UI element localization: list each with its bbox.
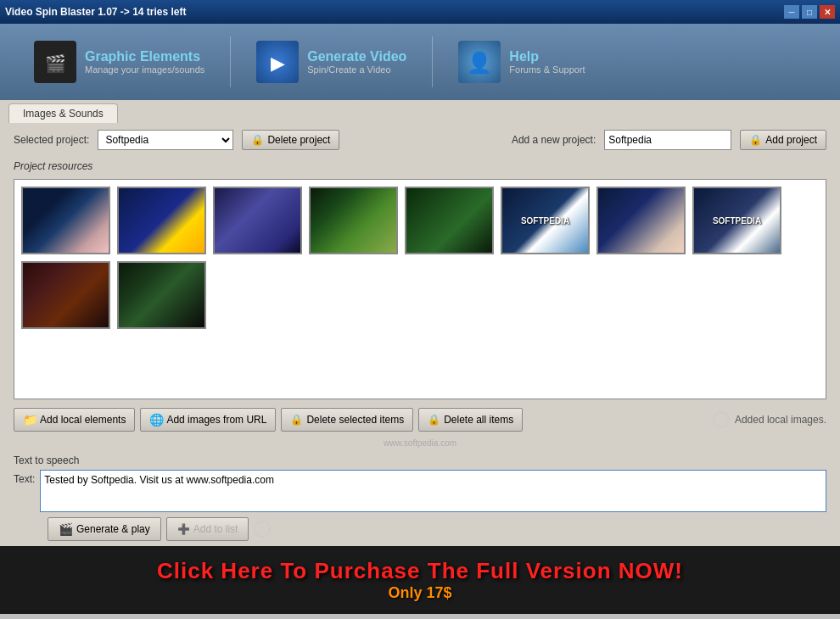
tts-section: Text to speech Text: Generate & play Add… bbox=[0, 449, 840, 546]
nav-help[interactable]: Help Forums & Support bbox=[441, 32, 611, 92]
nav-bar: Graphic Elements Manage your images/soun… bbox=[0, 24, 840, 100]
minimize-button[interactable]: ─ bbox=[784, 5, 799, 19]
url-icon bbox=[149, 413, 163, 427]
nav-help-title: Help bbox=[509, 49, 585, 64]
tts-textarea[interactable] bbox=[40, 470, 826, 512]
delete-selected-button[interactable]: Delete selected items bbox=[281, 408, 413, 432]
lock-icon-add bbox=[749, 134, 762, 146]
resources-label: Project resources bbox=[0, 157, 840, 176]
resources-grid: SOFTPEDIASOFTPEDIA bbox=[14, 179, 826, 399]
resource-thumb[interactable] bbox=[213, 187, 302, 254]
title-bar: Video Spin Blaster 1.07 -> 14 tries left… bbox=[0, 0, 840, 24]
status-text: Added local images. bbox=[735, 414, 826, 426]
project-section: Selected project: Softpedia Delete proje… bbox=[0, 123, 840, 157]
resource-thumb[interactable] bbox=[21, 261, 110, 329]
nav-graphic-subtitle: Manage your images/sounds bbox=[85, 64, 204, 75]
folder-icon bbox=[23, 413, 36, 427]
nav-graphic-text: Graphic Elements Manage your images/soun… bbox=[85, 49, 204, 75]
purchase-sub-text: Only 17$ bbox=[388, 584, 451, 602]
resource-thumb[interactable]: SOFTPEDIA bbox=[692, 187, 781, 254]
resource-thumb[interactable] bbox=[21, 187, 110, 254]
nav-generate-subtitle: Spin/Create a Video bbox=[307, 64, 406, 75]
lock-icon bbox=[251, 134, 264, 146]
purchase-banner[interactable]: Click Here To Purchase The Full Version … bbox=[0, 546, 840, 614]
tts-text-label: Text: bbox=[14, 470, 35, 485]
close-button[interactable]: ✕ bbox=[820, 5, 835, 19]
add-to-list-button[interactable]: Add to list bbox=[166, 517, 249, 541]
toolbar: Add local elements Add images from URL D… bbox=[0, 403, 840, 437]
tts-section-label: Text to speech bbox=[14, 454, 826, 466]
window-controls: ─ □ ✕ bbox=[784, 5, 835, 19]
tab-bar: Images & Sounds bbox=[0, 100, 840, 123]
nav-help-subtitle: Forums & Support bbox=[509, 64, 585, 75]
nav-help-text: Help Forums & Support bbox=[509, 49, 585, 75]
status-area: Added local images. bbox=[713, 411, 826, 428]
nav-generate-text: Generate Video Spin/Create a Video bbox=[307, 49, 406, 75]
resource-thumb[interactable] bbox=[596, 187, 686, 254]
content-area: Images & Sounds Selected project: Softpe… bbox=[0, 100, 840, 546]
nav-divider-1 bbox=[230, 36, 231, 87]
add-url-button[interactable]: Add images from URL bbox=[140, 408, 276, 432]
nav-divider-2 bbox=[432, 36, 433, 87]
add-project-button[interactable]: Add project bbox=[740, 130, 826, 150]
delete-all-button[interactable]: Delete all items bbox=[418, 408, 523, 432]
add-local-button[interactable]: Add local elements bbox=[14, 408, 135, 432]
watermark: www.softpedia.com bbox=[0, 437, 840, 449]
app-title: Video Spin Blaster 1.07 -> 14 tries left bbox=[5, 6, 187, 18]
help-icon bbox=[458, 41, 501, 83]
add-spinner-icon bbox=[254, 521, 271, 538]
resource-thumb[interactable] bbox=[309, 187, 398, 254]
resource-thumb[interactable] bbox=[405, 187, 494, 254]
nav-generate-video[interactable]: Generate Video Spin/Create a Video bbox=[239, 32, 423, 92]
new-project-label: Add a new project: bbox=[512, 134, 596, 146]
tts-btn-row: Generate & play Add to list bbox=[14, 517, 826, 541]
selected-project-label: Selected project: bbox=[14, 134, 89, 146]
nav-generate-title: Generate Video bbox=[307, 49, 406, 64]
lock-icon-del-sel bbox=[290, 414, 303, 426]
nav-graphic-title: Graphic Elements bbox=[85, 49, 204, 64]
resource-thumb[interactable] bbox=[117, 187, 206, 254]
play-icon bbox=[256, 41, 299, 83]
spinner-icon bbox=[713, 411, 730, 428]
plus-icon bbox=[177, 523, 190, 535]
tts-input-row: Text: bbox=[14, 470, 826, 512]
generate-icon bbox=[59, 522, 73, 536]
nav-graphic-elements[interactable]: Graphic Elements Manage your images/soun… bbox=[17, 32, 221, 92]
project-select[interactable]: Softpedia bbox=[98, 130, 233, 150]
purchase-main-text: Click Here To Purchase The Full Version … bbox=[157, 558, 683, 584]
film-icon bbox=[34, 41, 76, 83]
generate-play-button[interactable]: Generate & play bbox=[48, 517, 161, 541]
maximize-button[interactable]: □ bbox=[802, 5, 817, 19]
tab-images-sounds[interactable]: Images & Sounds bbox=[8, 103, 118, 123]
resource-thumb[interactable] bbox=[117, 261, 206, 329]
lock-icon-del-all bbox=[428, 414, 440, 426]
delete-project-button[interactable]: Delete project bbox=[242, 130, 339, 150]
new-project-input[interactable] bbox=[604, 130, 731, 150]
resource-thumb[interactable]: SOFTPEDIA bbox=[501, 187, 590, 254]
